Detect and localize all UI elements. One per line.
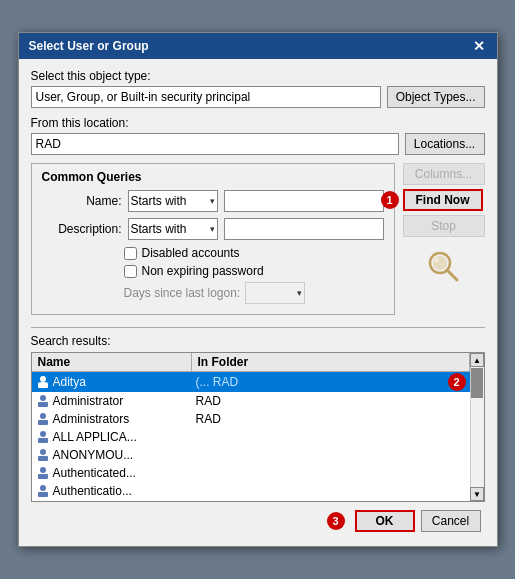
svg-point-16 (40, 485, 46, 491)
table-row[interactable]: ANONYMOU... (32, 446, 470, 464)
svg-line-2 (447, 270, 457, 280)
svg-point-14 (40, 467, 46, 473)
table-row[interactable]: Administrators RAD (32, 410, 470, 428)
object-type-row: Object Types... (31, 86, 485, 108)
days-row: Days since last logon: ▾ (124, 282, 384, 304)
common-queries-group: Common Queries Name: Starts with ▾ Descr… (31, 163, 395, 315)
object-type-label: Select this object type: (31, 69, 485, 83)
svg-rect-7 (38, 402, 48, 407)
row-name: Authenticatio... (32, 483, 192, 499)
row-folder (192, 472, 470, 474)
search-icon-area (403, 249, 485, 285)
user-icon (36, 394, 50, 408)
location-input[interactable] (31, 133, 399, 155)
svg-point-3 (435, 258, 439, 262)
row-folder (192, 454, 470, 456)
find-now-button[interactable]: Find Now (403, 189, 483, 211)
user-icon (36, 466, 50, 480)
svg-point-6 (40, 395, 46, 401)
description-label: Description: (42, 222, 122, 236)
location-label: From this location: (31, 116, 485, 130)
name-query-row: Name: Starts with ▾ (42, 190, 384, 212)
name-combo[interactable]: Starts with ▾ (128, 190, 218, 212)
svg-point-4 (40, 376, 46, 382)
location-row: Locations... (31, 133, 485, 155)
name-label: Name: (42, 194, 122, 208)
search-results-label: Search results: (31, 334, 485, 348)
scrollbar[interactable]: ▲ ▼ (470, 353, 484, 501)
description-query-row: Description: Starts with ▾ (42, 218, 384, 240)
bottom-buttons: 3 OK Cancel (31, 502, 485, 536)
scroll-thumb[interactable] (471, 368, 483, 398)
close-button[interactable]: ✕ (471, 39, 487, 53)
days-combo-arrow: ▾ (297, 288, 302, 298)
col-name-header: Name (32, 353, 192, 371)
find-icon (426, 249, 462, 285)
results-header: Name In Folder (32, 353, 470, 372)
dialog-body: Select this object type: Object Types...… (19, 59, 497, 546)
badge-3: 3 (327, 512, 345, 530)
desc-combo-arrow: ▾ (210, 224, 215, 234)
cancel-button[interactable]: Cancel (421, 510, 481, 532)
content-area: Common Queries Name: Starts with ▾ Descr… (31, 163, 485, 323)
ok-button[interactable]: OK (355, 510, 415, 532)
days-label: Days since last logon: (124, 286, 241, 300)
scroll-up-button[interactable]: ▲ (470, 353, 484, 367)
row-name: Administrator (32, 393, 192, 409)
row-name: Administrators (32, 411, 192, 427)
desc-combo[interactable]: Starts with ▾ (128, 218, 218, 240)
results-table[interactable]: Name In Folder Aditya (... RAD 2 (31, 352, 485, 502)
locations-button[interactable]: Locations... (405, 133, 485, 155)
svg-point-10 (40, 431, 46, 437)
svg-rect-15 (38, 474, 48, 479)
object-types-button[interactable]: Object Types... (387, 86, 485, 108)
row-folder (192, 436, 470, 438)
object-type-input[interactable] (31, 86, 381, 108)
svg-rect-17 (38, 492, 48, 497)
user-icon (36, 484, 50, 498)
col-folder-header: In Folder (192, 353, 470, 371)
title-bar: Select User or Group ✕ (19, 33, 497, 59)
row-name: ALL APPLICA... (32, 429, 192, 445)
table-row[interactable]: Authenticatio... (32, 482, 470, 500)
table-row[interactable]: Authenticated... (32, 464, 470, 482)
svg-point-12 (40, 449, 46, 455)
row-folder (192, 490, 470, 492)
disabled-accounts-checkbox[interactable] (124, 247, 137, 260)
user-icon (36, 430, 50, 444)
row-name: ANONYMOU... (32, 447, 192, 463)
non-expiring-row: Non expiring password (124, 264, 384, 278)
row-folder: RAD (192, 411, 470, 427)
columns-button[interactable]: Columns... (403, 163, 485, 185)
description-input[interactable] (224, 218, 384, 240)
row-name: Aditya (32, 374, 192, 390)
user-icon (36, 412, 50, 426)
disabled-accounts-row: Disabled accounts (124, 246, 384, 260)
name-combo-arrow: ▾ (210, 196, 215, 206)
table-row[interactable]: Aditya (... RAD 2 (32, 372, 470, 392)
days-combo[interactable]: ▾ (245, 282, 305, 304)
name-input[interactable] (224, 190, 384, 212)
non-expiring-label: Non expiring password (142, 264, 264, 278)
svg-rect-11 (38, 438, 48, 443)
user-icon (36, 375, 50, 389)
badge-2: 2 (448, 373, 466, 391)
right-buttons: Columns... 1 Find Now Stop (403, 163, 485, 323)
table-row[interactable]: BATCH (32, 500, 470, 501)
row-folder: RAD (192, 393, 470, 409)
search-results-area: Search results: Name In Folder Aditya (31, 327, 485, 502)
badge-1: 1 (381, 191, 399, 209)
table-row[interactable]: Administrator RAD (32, 392, 470, 410)
svg-rect-5 (38, 383, 48, 388)
row-name: Authenticated... (32, 465, 192, 481)
dialog-title: Select User or Group (29, 39, 149, 53)
table-row[interactable]: ALL APPLICA... (32, 428, 470, 446)
non-expiring-checkbox[interactable] (124, 265, 137, 278)
stop-button[interactable]: Stop (403, 215, 485, 237)
scroll-down-button[interactable]: ▼ (470, 487, 484, 501)
find-now-wrapper: 1 Find Now (403, 189, 485, 211)
user-icon (36, 448, 50, 462)
select-user-dialog: Select User or Group ✕ Select this objec… (18, 32, 498, 547)
svg-point-8 (40, 413, 46, 419)
results-inner: Name In Folder Aditya (... RAD 2 (32, 353, 470, 501)
